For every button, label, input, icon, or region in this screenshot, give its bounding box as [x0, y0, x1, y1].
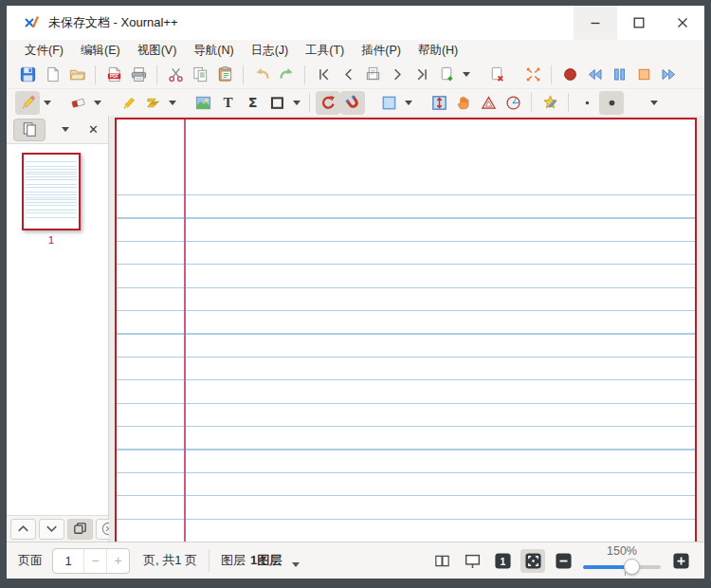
pause-button[interactable] — [607, 63, 631, 86]
fast-forward-button[interactable] — [656, 63, 681, 86]
zoom-slider-track[interactable] — [583, 565, 661, 569]
grid-snapping-icon — [344, 94, 362, 112]
dual-page-view-button[interactable] — [429, 549, 454, 573]
page-decrement-button[interactable]: − — [83, 549, 106, 573]
zoom-out-button[interactable] — [551, 549, 575, 573]
thickness-medium-button[interactable] — [599, 91, 624, 115]
page-thumbnail-1[interactable] — [22, 153, 81, 230]
svg-text:1: 1 — [500, 556, 505, 566]
close-button[interactable] — [661, 6, 704, 40]
save-button[interactable] — [15, 63, 40, 86]
move-page-up-button[interactable] — [10, 519, 36, 540]
vertical-space-button[interactable] — [427, 91, 451, 115]
select-object-button[interactable] — [140, 91, 165, 115]
thickness-dropdown-caret[interactable] — [647, 91, 661, 115]
zoom-100-button[interactable]: 1 — [490, 549, 515, 573]
previous-page-button[interactable] — [336, 63, 360, 86]
layer-selector[interactable]: 图层 1图层 — [221, 552, 300, 569]
thickness-fine-button[interactable] — [574, 91, 599, 115]
page-preview-tab[interactable] — [13, 119, 46, 141]
menu-item-7[interactable]: 帮助(H) — [410, 41, 466, 61]
vertical-space-icon — [430, 94, 448, 112]
record-audio-button[interactable] — [557, 63, 582, 86]
select-object-icon — [144, 94, 162, 112]
menu-item-6[interactable]: 插件(P) — [353, 41, 410, 61]
rotation-snapping-button[interactable] — [316, 91, 340, 115]
paste-button[interactable] — [212, 63, 237, 86]
fast-forward-icon — [660, 65, 678, 83]
shapes-dropdown-caret[interactable] — [289, 91, 303, 115]
page-number-value[interactable]: 1 — [53, 554, 83, 568]
select-object-dropdown-caret[interactable] — [165, 91, 179, 115]
app-window: 未保存文档 - Xournal++ 文件(F)编辑(E)视图(V)导航(N)日志… — [7, 6, 704, 579]
delete-page-button[interactable] — [484, 63, 509, 86]
first-page-button[interactable] — [311, 63, 336, 86]
presentation-mode-button[interactable] — [460, 549, 484, 573]
zoom-in-button[interactable] — [668, 549, 693, 573]
document-page[interactable] — [115, 118, 697, 542]
copy-button[interactable] — [188, 63, 212, 86]
pen-button[interactable] — [15, 91, 40, 115]
zoom-slider[interactable]: 150% — [581, 542, 663, 579]
compass-button[interactable] — [501, 91, 525, 115]
open-folder-button[interactable] — [64, 63, 89, 86]
toolbar-tools: TΣ — [7, 88, 704, 116]
rotation-snapping-icon — [319, 94, 337, 112]
toolbar-separator — [243, 65, 244, 84]
pen-icon — [19, 94, 37, 112]
shape-recognizer-button[interactable] — [538, 91, 562, 115]
zoom-fit-button[interactable] — [520, 549, 545, 573]
page-preview-icon — [21, 120, 39, 138]
print-button[interactable] — [126, 63, 151, 86]
goto-page-button[interactable] — [360, 63, 385, 86]
undo-button[interactable] — [249, 63, 274, 86]
move-page-down-button[interactable] — [39, 519, 64, 540]
rewind-button[interactable] — [582, 63, 607, 86]
hand-tool-button[interactable] — [451, 91, 476, 115]
first-page-icon — [315, 65, 333, 83]
fullscreen-button[interactable] — [520, 63, 545, 86]
menu-item-3[interactable]: 导航(N) — [185, 41, 242, 61]
pen-dropdown-caret[interactable] — [40, 91, 54, 115]
cut-icon — [167, 65, 185, 83]
eraser-button[interactable] — [65, 91, 90, 115]
text-tool-button[interactable]: T — [215, 91, 240, 115]
stop-button[interactable] — [631, 63, 656, 86]
select-rectangle-button[interactable] — [376, 91, 401, 115]
new-document-icon — [44, 65, 62, 83]
export-pdf-button[interactable]: PDF — [101, 63, 126, 86]
toolbar-separator — [568, 93, 569, 112]
cut-button[interactable] — [163, 63, 188, 86]
add-page-dropdown-caret[interactable] — [459, 63, 473, 86]
layer-dropdown-caret[interactable] — [292, 562, 300, 567]
highlighter-button[interactable] — [116, 91, 140, 115]
next-page-button[interactable] — [385, 63, 410, 86]
menu-item-2[interactable]: 视图(V) — [129, 41, 186, 61]
insert-image-button[interactable] — [191, 91, 215, 115]
grid-snapping-button[interactable] — [340, 91, 365, 115]
sidebar-close-icon[interactable]: ✕ — [85, 122, 101, 137]
redo-button[interactable] — [274, 63, 299, 86]
maximize-button[interactable] — [617, 6, 661, 40]
menu-item-5[interactable]: 工具(T) — [297, 41, 353, 61]
select-rectangle-dropdown-caret[interactable] — [401, 91, 415, 115]
compass-icon — [504, 94, 522, 112]
sidebar-dropdown-caret[interactable] — [62, 127, 69, 132]
last-page-button[interactable] — [410, 63, 434, 86]
new-document-button[interactable] — [40, 63, 64, 86]
window-controls — [574, 6, 704, 40]
page-label: 页面 — [18, 552, 43, 569]
add-page-button[interactable] — [434, 63, 459, 86]
eraser-dropdown-caret[interactable] — [90, 91, 104, 115]
menu-item-4[interactable]: 日志(J) — [243, 41, 298, 61]
svg-text:Σ: Σ — [247, 95, 257, 110]
zoom-slider-handle[interactable] — [624, 559, 640, 575]
shapes-button[interactable] — [264, 91, 289, 115]
page-increment-button[interactable]: + — [106, 549, 129, 573]
minimize-button[interactable] — [574, 6, 617, 40]
menu-item-0[interactable]: 文件(F) — [16, 41, 72, 61]
duplicate-page-button[interactable] — [67, 519, 93, 540]
menu-item-1[interactable]: 编辑(E) — [72, 41, 129, 61]
math-tex-button[interactable]: Σ — [240, 91, 264, 115]
setsquare-button[interactable] — [476, 91, 501, 115]
